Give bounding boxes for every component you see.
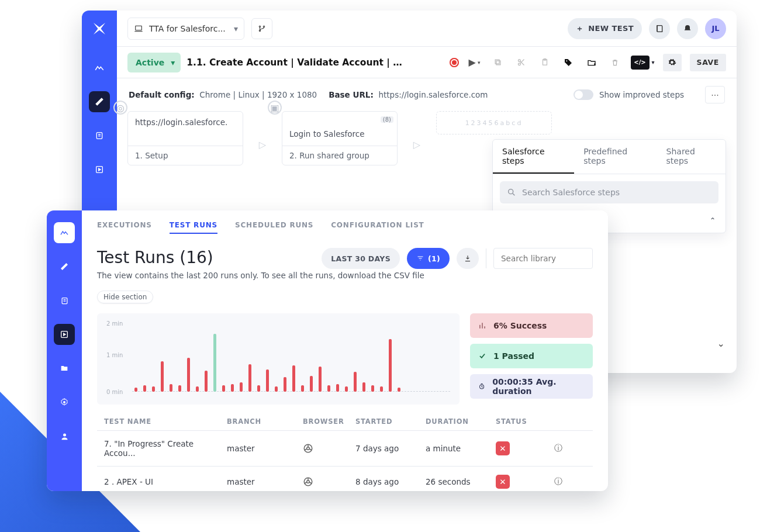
app-logo-icon [91, 20, 108, 37]
copy-button[interactable] [490, 55, 506, 70]
row-info-button[interactable]: ⓘ [554, 476, 578, 487]
tab-scheduled-runs[interactable]: SCHEDULED RUNS [235, 221, 313, 234]
status-chip[interactable]: Active [127, 53, 181, 72]
step-card-2[interactable]: (8) Login to Salesforce 2. Run shared gr… [282, 111, 398, 165]
save-button[interactable]: SAVE [690, 54, 726, 71]
col-branch: BRANCH [227, 417, 303, 426]
chart-bar [319, 367, 322, 392]
chart-bar [248, 364, 251, 392]
row-info-button[interactable]: ⓘ [554, 443, 578, 454]
tab-test-runs[interactable]: TEST RUNS [170, 221, 217, 234]
record-icon[interactable] [450, 58, 459, 67]
chart-bar [187, 358, 190, 392]
chart-bar [178, 385, 181, 392]
avatar-initials: JL [711, 24, 719, 33]
cell-duration: 26 seconds [426, 477, 496, 486]
steps-search[interactable]: Search Salesforce steps [500, 181, 718, 203]
new-test-label: NEW TEST [588, 24, 634, 33]
check-icon [478, 352, 486, 360]
download-button[interactable] [457, 248, 479, 269]
stat-success: 6% Success [470, 313, 593, 338]
search-input[interactable] [493, 248, 593, 269]
cell-status: ✕ [496, 441, 554, 455]
stat-avg-label: 00:00:35 Avg. duration [492, 377, 585, 396]
cell-status: ✕ [496, 475, 554, 489]
tab-configuration-list[interactable]: CONFIGURATION LIST [331, 221, 424, 234]
sidebar-item-dashboard[interactable] [54, 222, 75, 243]
cut-button[interactable] [514, 55, 529, 70]
col-browser: BROWSER [303, 417, 355, 426]
page-tools: LAST 30 DAYS (1) [322, 248, 593, 269]
sidebar-item-user[interactable] [54, 426, 75, 447]
tag-button[interactable] [561, 55, 576, 70]
code-button[interactable]: </> [631, 56, 650, 70]
chart-bar [222, 385, 225, 392]
improved-steps-toggle[interactable] [574, 89, 593, 100]
settings-button[interactable] [663, 54, 682, 71]
filter-count: (1) [428, 254, 440, 263]
hide-section-button[interactable]: Hide section [97, 291, 153, 303]
fail-badge: ✕ [496, 475, 510, 489]
sidebar-item-docs[interactable] [54, 290, 75, 311]
runs-window: EXECUTIONS TEST RUNS SCHEDULED RUNS CONF… [47, 210, 608, 491]
scissors-icon [517, 58, 526, 67]
bell-icon [683, 24, 692, 33]
sidebar-item-files[interactable] [54, 358, 75, 379]
chart-bar [371, 385, 374, 392]
table-row[interactable]: 2 . APEX - UImaster8 days ago26 seconds✕… [97, 466, 593, 491]
chart-bar [301, 385, 304, 392]
tab-predefined-steps[interactable]: Predefined steps [574, 140, 657, 174]
col-duration: DURATION [426, 417, 496, 426]
sidebar-item-editor[interactable] [89, 91, 110, 112]
step-card-1[interactable]: https://login.salesforce. 1. Setup [127, 111, 243, 165]
table-row[interactable]: 7. "In Progress" Create Accou...master7 … [97, 430, 593, 466]
download-icon [464, 254, 472, 262]
step-foot: 2. Run shared group [282, 146, 397, 165]
chart-bar [275, 386, 278, 392]
panel-expand-button[interactable]: ⌄ [717, 338, 725, 349]
chart-bar [310, 376, 313, 392]
sidebar-item-settings[interactable] [54, 392, 75, 413]
avatar[interactable]: JL [705, 18, 726, 39]
play-button[interactable]: ▶▾ [467, 55, 482, 70]
ytick-0: 0 min [106, 389, 123, 395]
more-button[interactable]: ⋯ [705, 86, 725, 103]
branch-button[interactable] [251, 18, 272, 39]
chart-bar [345, 386, 348, 392]
tab-executions[interactable]: EXECUTIONS [97, 221, 152, 234]
range-pill[interactable]: LAST 30 DAYS [322, 248, 400, 269]
notifications-button[interactable] [677, 18, 698, 39]
tab-salesforce-steps[interactable]: Salesforce steps [493, 140, 574, 174]
filter-pill[interactable]: (1) [407, 248, 450, 269]
toggle-label: Show improved steps [599, 90, 684, 99]
sidebar-item-docs[interactable] [89, 125, 110, 146]
project-selector[interactable]: TTA for Salesforc... ▾ [127, 18, 244, 40]
group-button[interactable] [584, 55, 599, 70]
col-status: STATUS [496, 417, 554, 426]
cell-browser [303, 443, 355, 454]
test-title: 1.1. Create Account | Validate Account |… [186, 57, 409, 68]
chart-bar [196, 386, 199, 392]
sidebar-item-runs[interactable] [89, 159, 110, 180]
tab-shared-steps[interactable]: Shared steps [657, 140, 726, 174]
new-test-button[interactable]: ＋ NEW TEST [568, 18, 642, 39]
sidebar-item-editor[interactable] [54, 256, 75, 277]
paste-button[interactable] [537, 55, 552, 70]
chart-bar [170, 384, 172, 392]
docs-button[interactable] [649, 18, 670, 39]
chart-bar [398, 388, 400, 392]
trash-icon [611, 58, 619, 67]
test-toolbar: Active 1.1. Create Account | Validate Ac… [117, 47, 737, 78]
sidebar-item-runs[interactable] [54, 324, 75, 345]
status-chip-label: Active [136, 58, 164, 67]
chart-bar [213, 334, 216, 392]
sidebar-item-dashboard[interactable] [89, 57, 110, 78]
chart-bar [161, 361, 164, 392]
clock-icon [478, 382, 485, 391]
cell-browser [303, 476, 355, 487]
svg-rect-6 [496, 61, 500, 65]
copy-icon [493, 58, 502, 67]
delete-button[interactable] [607, 55, 623, 70]
step-placeholder[interactable]: 123456abcd [436, 111, 552, 134]
cell-branch: master [227, 477, 303, 486]
